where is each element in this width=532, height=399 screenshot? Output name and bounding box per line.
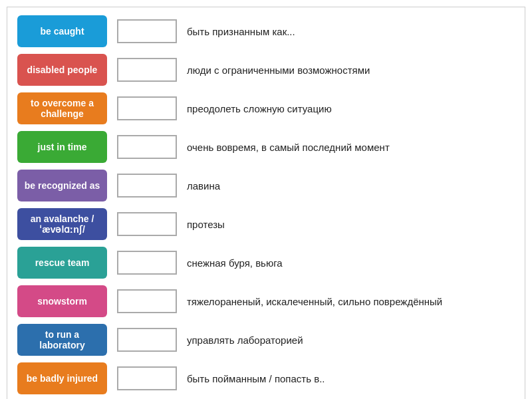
row-9: to run a laboratoryуправлять лабораторие… bbox=[17, 323, 515, 357]
translation-6: протезы bbox=[187, 219, 515, 230]
translation-5: лавина bbox=[187, 180, 515, 192]
phrase-button-4[interactable]: just in time bbox=[17, 131, 107, 163]
translation-3: преодолеть сложную ситуацию bbox=[187, 103, 515, 114]
answer-input-7[interactable] bbox=[117, 251, 177, 275]
row-5: be recognized asлавина bbox=[17, 168, 515, 203]
row-8: snowstormтяжелораненый, искалеченный, си… bbox=[17, 284, 515, 319]
answer-input-6[interactable] bbox=[117, 212, 177, 236]
row-10: be badly injuredбыть пойманным / попасть… bbox=[17, 361, 515, 396]
answer-input-9[interactable] bbox=[117, 328, 177, 352]
phrase-button-8[interactable]: snowstorm bbox=[17, 285, 107, 317]
answer-input-8[interactable] bbox=[117, 289, 177, 313]
answer-input-1[interactable] bbox=[117, 19, 177, 43]
phrase-button-6[interactable]: an avalanche /ˈævəlɑːnʃ/ bbox=[17, 208, 107, 240]
translation-4: очень вовремя, в самый последний момент bbox=[187, 142, 515, 153]
answer-input-2[interactable] bbox=[117, 58, 177, 82]
translation-7: снежная буря, вьюга bbox=[187, 257, 515, 269]
row-2: disabled peopleлюди с ограниченными возм… bbox=[17, 53, 515, 87]
phrase-button-7[interactable]: rescue team bbox=[17, 247, 107, 279]
translation-9: управлять лабораторией bbox=[187, 334, 515, 346]
answer-input-3[interactable] bbox=[117, 96, 177, 120]
row-3: to overcome a challengeпреодолеть сложну… bbox=[17, 91, 515, 126]
phrase-button-2[interactable]: disabled people bbox=[17, 54, 107, 86]
translation-10: быть пойманным / попасть в.. bbox=[187, 373, 515, 384]
answer-input-4[interactable] bbox=[117, 135, 177, 159]
phrase-button-9[interactable]: to run a laboratory bbox=[17, 324, 107, 356]
row-1: be caughtбыть признанным как... bbox=[17, 14, 515, 49]
phrase-button-10[interactable]: be badly injured bbox=[17, 362, 107, 394]
phrase-button-3[interactable]: to overcome a challenge bbox=[17, 92, 107, 124]
row-4: just in timeочень вовремя, в самый после… bbox=[17, 130, 515, 164]
main-container: be caughtбыть признанным как...disabled … bbox=[7, 7, 525, 399]
row-6: an avalanche /ˈævəlɑːnʃ/протезы bbox=[17, 207, 515, 241]
phrase-button-5[interactable]: be recognized as bbox=[17, 170, 107, 201]
row-7: rescue teamснежная буря, вьюга bbox=[17, 245, 515, 280]
translation-2: люди с ограниченными возможностями bbox=[187, 65, 515, 76]
translation-1: быть признанным как... bbox=[187, 26, 515, 37]
phrase-button-1[interactable]: be caught bbox=[17, 15, 107, 47]
answer-input-10[interactable] bbox=[117, 366, 177, 390]
translation-8: тяжелораненый, искалеченный, сильно повр… bbox=[187, 296, 515, 307]
answer-input-5[interactable] bbox=[117, 174, 177, 198]
